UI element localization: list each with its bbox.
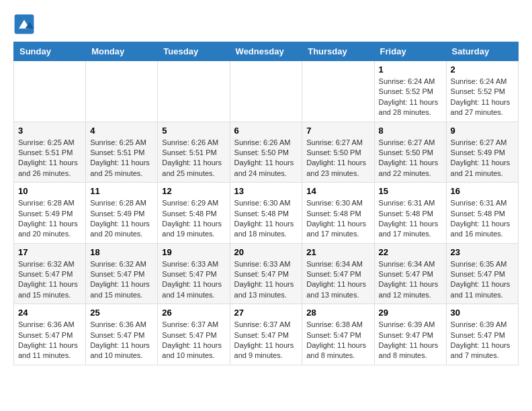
sunset-text: Sunset: 9:47 PM	[379, 330, 442, 340]
calendar-cell: 24 Sunrise: 6:36 AM Sunset: 5:47 PM Dayl…	[14, 304, 86, 365]
sunrise-text: Sunrise: 6:28 AM	[90, 198, 153, 208]
day-info: Sunrise: 6:24 AM Sunset: 5:52 PM Dayligh…	[451, 77, 514, 118]
calendar-cell: 30 Sunrise: 6:39 AM Sunset: 5:47 PM Dayl…	[446, 304, 518, 365]
sunset-text: Sunset: 5:50 PM	[379, 148, 442, 158]
sunset-text: Sunset: 5:47 PM	[90, 269, 153, 279]
daylight-text: Daylight: 11 hours and 18 minutes.	[234, 219, 298, 240]
day-info: Sunrise: 6:27 AM Sunset: 5:49 PM Dayligh…	[451, 138, 514, 179]
sunset-text: Sunset: 5:47 PM	[90, 330, 153, 340]
calendar-cell	[158, 61, 230, 122]
sunrise-text: Sunrise: 6:32 AM	[90, 259, 153, 269]
calendar-cell: 25 Sunrise: 6:36 AM Sunset: 5:47 PM Dayl…	[86, 304, 158, 365]
day-number: 27	[234, 308, 298, 318]
column-header-saturday: Saturday	[446, 42, 518, 61]
day-info: Sunrise: 6:31 AM Sunset: 5:48 PM Dayligh…	[451, 198, 514, 240]
calendar-cell: 19 Sunrise: 6:33 AM Sunset: 5:47 PM Dayl…	[158, 243, 230, 304]
day-info: Sunrise: 6:25 AM Sunset: 5:51 PM Dayligh…	[90, 138, 153, 179]
sunrise-text: Sunrise: 6:34 AM	[379, 259, 442, 269]
sunset-text: Sunset: 5:49 PM	[18, 209, 81, 219]
sunrise-text: Sunrise: 6:34 AM	[306, 259, 369, 269]
day-info: Sunrise: 6:28 AM Sunset: 5:49 PM Dayligh…	[90, 198, 153, 240]
day-number: 25	[90, 308, 153, 318]
sunrise-text: Sunrise: 6:39 AM	[379, 320, 442, 330]
sunrise-text: Sunrise: 6:36 AM	[90, 320, 153, 330]
calendar-week-row: 17 Sunrise: 6:32 AM Sunset: 5:47 PM Dayl…	[14, 243, 519, 304]
daylight-text: Daylight: 11 hours and 11 minutes.	[18, 340, 81, 361]
daylight-text: Daylight: 11 hours and 17 minutes.	[379, 219, 442, 240]
sunrise-text: Sunrise: 6:36 AM	[18, 320, 81, 330]
day-number: 2	[451, 64, 514, 75]
sunset-text: Sunset: 5:49 PM	[90, 209, 153, 219]
day-info: Sunrise: 6:28 AM Sunset: 5:49 PM Dayligh…	[18, 198, 81, 240]
calendar-cell: 22 Sunrise: 6:34 AM Sunset: 5:47 PM Dayl…	[374, 243, 446, 304]
sunset-text: Sunset: 5:51 PM	[18, 148, 81, 158]
sunrise-text: Sunrise: 6:27 AM	[306, 138, 369, 148]
day-info: Sunrise: 6:32 AM Sunset: 5:47 PM Dayligh…	[18, 259, 81, 301]
sunrise-text: Sunrise: 6:39 AM	[451, 320, 514, 330]
day-info: Sunrise: 6:37 AM Sunset: 5:47 PM Dayligh…	[234, 320, 298, 361]
daylight-text: Daylight: 11 hours and 25 minutes.	[90, 158, 153, 179]
day-number: 15	[379, 186, 442, 196]
sunrise-text: Sunrise: 6:27 AM	[451, 138, 514, 148]
sunset-text: Sunset: 5:47 PM	[234, 330, 298, 340]
day-number: 10	[18, 186, 81, 196]
calendar-cell: 4 Sunrise: 6:25 AM Sunset: 5:51 PM Dayli…	[86, 122, 158, 183]
calendar-table: SundayMondayTuesdayWednesdayThursdayFrid…	[13, 42, 519, 365]
sunset-text: Sunset: 5:52 PM	[451, 87, 514, 97]
calendar-cell: 23 Sunrise: 6:35 AM Sunset: 5:47 PM Dayl…	[446, 243, 518, 304]
daylight-text: Daylight: 11 hours and 11 minutes.	[451, 279, 514, 300]
day-number: 20	[234, 247, 298, 257]
day-number: 4	[90, 126, 153, 136]
sunset-text: Sunset: 5:48 PM	[451, 209, 514, 219]
day-info: Sunrise: 6:30 AM Sunset: 5:48 PM Dayligh…	[234, 198, 298, 240]
day-info: Sunrise: 6:36 AM Sunset: 5:47 PM Dayligh…	[90, 320, 153, 361]
sunrise-text: Sunrise: 6:35 AM	[451, 259, 514, 269]
daylight-text: Daylight: 11 hours and 7 minutes.	[451, 340, 514, 361]
day-number: 22	[379, 247, 442, 257]
day-number: 11	[90, 186, 153, 196]
day-number: 13	[234, 186, 298, 196]
sunrise-text: Sunrise: 6:24 AM	[379, 77, 442, 87]
day-info: Sunrise: 6:31 AM Sunset: 5:48 PM Dayligh…	[379, 198, 442, 240]
sunset-text: Sunset: 5:48 PM	[162, 209, 225, 219]
calendar-cell: 28 Sunrise: 6:38 AM Sunset: 5:47 PM Dayl…	[302, 304, 374, 365]
column-header-friday: Friday	[374, 42, 446, 61]
sunrise-text: Sunrise: 6:30 AM	[306, 198, 369, 208]
calendar-cell: 5 Sunrise: 6:26 AM Sunset: 5:51 PM Dayli…	[158, 122, 230, 183]
sunrise-text: Sunrise: 6:26 AM	[162, 138, 225, 148]
day-number: 14	[306, 186, 369, 196]
sunset-text: Sunset: 5:47 PM	[18, 330, 81, 340]
sunset-text: Sunset: 5:47 PM	[451, 269, 514, 279]
day-number: 16	[451, 186, 514, 196]
sunset-text: Sunset: 5:49 PM	[451, 148, 514, 158]
daylight-text: Daylight: 11 hours and 13 minutes.	[234, 279, 298, 300]
day-info: Sunrise: 6:36 AM Sunset: 5:47 PM Dayligh…	[18, 320, 81, 361]
calendar-week-row: 1 Sunrise: 6:24 AM Sunset: 5:52 PM Dayli…	[14, 61, 519, 122]
day-info: Sunrise: 6:25 AM Sunset: 5:51 PM Dayligh…	[18, 138, 81, 179]
sunrise-text: Sunrise: 6:33 AM	[162, 259, 225, 269]
sunrise-text: Sunrise: 6:25 AM	[18, 138, 81, 148]
calendar-cell: 21 Sunrise: 6:34 AM Sunset: 5:47 PM Dayl…	[302, 243, 374, 304]
day-info: Sunrise: 6:29 AM Sunset: 5:48 PM Dayligh…	[162, 198, 225, 240]
daylight-text: Daylight: 11 hours and 28 minutes.	[379, 97, 442, 118]
calendar-cell	[302, 61, 374, 122]
day-number: 8	[379, 126, 442, 136]
day-number: 18	[90, 247, 153, 257]
sunrise-text: Sunrise: 6:30 AM	[234, 198, 298, 208]
sunrise-text: Sunrise: 6:25 AM	[90, 138, 153, 148]
sunrise-text: Sunrise: 6:29 AM	[162, 198, 225, 208]
sunrise-text: Sunrise: 6:27 AM	[379, 138, 442, 148]
calendar-cell: 26 Sunrise: 6:37 AM Sunset: 5:47 PM Dayl…	[158, 304, 230, 365]
logo	[13, 13, 38, 35]
day-number: 12	[162, 186, 225, 196]
day-number: 6	[234, 126, 298, 136]
day-info: Sunrise: 6:39 AM Sunset: 5:47 PM Dayligh…	[451, 320, 514, 361]
calendar-cell	[230, 61, 302, 122]
sunrise-text: Sunrise: 6:32 AM	[18, 259, 81, 269]
day-info: Sunrise: 6:34 AM Sunset: 5:47 PM Dayligh…	[379, 259, 442, 301]
calendar-cell	[86, 61, 158, 122]
calendar-cell: 27 Sunrise: 6:37 AM Sunset: 5:47 PM Dayl…	[230, 304, 302, 365]
daylight-text: Daylight: 11 hours and 15 minutes.	[18, 279, 81, 300]
daylight-text: Daylight: 11 hours and 12 minutes.	[379, 279, 442, 300]
day-info: Sunrise: 6:33 AM Sunset: 5:47 PM Dayligh…	[234, 259, 298, 301]
